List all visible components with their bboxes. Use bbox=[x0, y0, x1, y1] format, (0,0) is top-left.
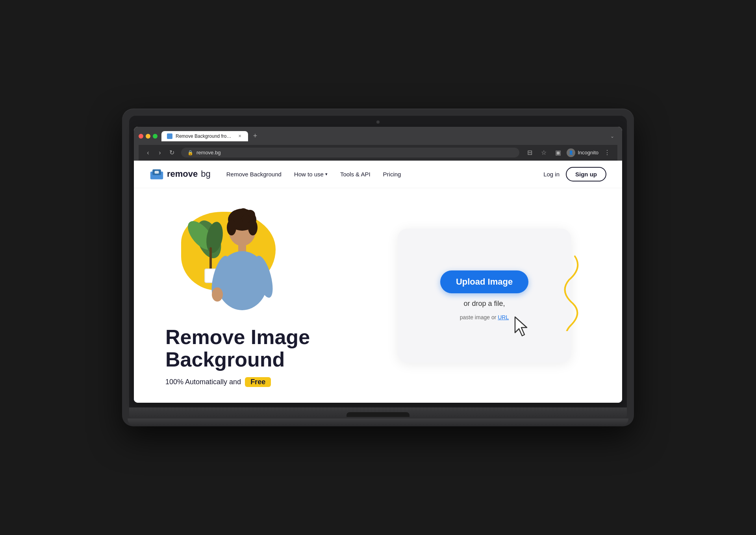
browser-titlebar: Remove Background from Ima... ✕ + ⌄ bbox=[139, 131, 617, 142]
window-maximize-btn[interactable] bbox=[153, 134, 158, 139]
address-text: remove.bg bbox=[196, 150, 220, 156]
cursor-icon bbox=[512, 315, 532, 339]
hero-right: Upload Image or drop a file, paste image… bbox=[378, 229, 591, 363]
nav-pricing[interactable]: Pricing bbox=[383, 171, 401, 178]
login-button[interactable]: Log in bbox=[543, 171, 560, 178]
svg-rect-6 bbox=[209, 247, 212, 271]
forward-btn[interactable]: › bbox=[155, 148, 165, 157]
hero-section: Remove Image Background 100% Automatical… bbox=[134, 188, 622, 403]
signup-button[interactable]: Sign up bbox=[566, 167, 606, 181]
yellow-squiggle-decoration bbox=[555, 252, 583, 331]
logo-text-bg: bg bbox=[201, 169, 210, 179]
address-field[interactable]: 🔒 remove.bg bbox=[181, 148, 519, 157]
tab-close-btn[interactable]: ✕ bbox=[237, 133, 243, 139]
refresh-btn[interactable]: ↻ bbox=[167, 148, 176, 157]
upload-card: Upload Image or drop a file, paste image… bbox=[398, 229, 571, 363]
tab-bar: Remove Background from Ima... ✕ + bbox=[161, 131, 603, 142]
svg-point-15 bbox=[242, 215, 250, 223]
nav-remove-background[interactable]: Remove Background bbox=[226, 171, 282, 178]
profile-label: Incognito bbox=[578, 150, 598, 156]
tab-manager-icon[interactable]: ▣ bbox=[552, 147, 563, 158]
cast-icon[interactable]: ⊟ bbox=[524, 147, 535, 158]
tab-title: Remove Background from Ima... bbox=[176, 133, 234, 139]
nav-tools-api[interactable]: Tools & API bbox=[340, 171, 371, 178]
lock-icon: 🔒 bbox=[187, 150, 193, 156]
nav-auth: Log in Sign up bbox=[543, 167, 606, 181]
back-btn[interactable]: ‹ bbox=[143, 148, 153, 157]
tab-more-btn[interactable]: ⌄ bbox=[607, 132, 617, 141]
person-illustration bbox=[185, 208, 276, 314]
profile-area[interactable]: 👤 Incognito bbox=[567, 148, 598, 157]
logo-icon bbox=[150, 168, 164, 180]
svg-point-11 bbox=[248, 220, 258, 235]
window-minimize-btn[interactable] bbox=[146, 134, 150, 139]
logo-text-remove: remove bbox=[167, 169, 198, 179]
svg-point-10 bbox=[227, 220, 236, 235]
new-tab-btn[interactable]: + bbox=[250, 131, 261, 142]
webpage-content: removebg Remove Background How to use ▾ … bbox=[134, 161, 622, 403]
site-logo[interactable]: removebg bbox=[150, 168, 211, 180]
url-link[interactable]: URL bbox=[498, 314, 509, 320]
nav-links: Remove Background How to use ▾ Tools & A… bbox=[226, 171, 543, 178]
hero-subtext: 100% Automatically and Free bbox=[165, 377, 378, 387]
window-controls bbox=[139, 134, 158, 139]
hero-headline: Remove Image Background bbox=[165, 326, 378, 371]
browser-actions: ⊟ ☆ ▣ 👤 Incognito ⋮ bbox=[524, 147, 613, 158]
laptop-hinge bbox=[129, 407, 627, 418]
hero-left: Remove Image Background 100% Automatical… bbox=[165, 204, 378, 387]
camera-dot bbox=[376, 120, 380, 124]
bookmark-icon[interactable]: ☆ bbox=[538, 147, 549, 158]
drop-text: or drop a file, bbox=[463, 300, 505, 308]
upload-image-button[interactable]: Upload Image bbox=[440, 270, 528, 293]
tab-favicon bbox=[167, 133, 172, 139]
screen-bezel: Remove Background from Ima... ✕ + ⌄ ‹ › … bbox=[129, 116, 627, 407]
dropdown-chevron-icon: ▾ bbox=[325, 172, 328, 177]
nav-how-to-use[interactable]: How to use ▾ bbox=[294, 171, 328, 178]
browser-chrome: Remove Background from Ima... ✕ + ⌄ ‹ › … bbox=[134, 127, 622, 161]
browser-nav-buttons: ‹ › ↻ bbox=[143, 148, 176, 157]
svg-rect-2 bbox=[155, 171, 159, 174]
laptop-base bbox=[128, 418, 628, 426]
profile-avatar: 👤 bbox=[567, 148, 575, 157]
free-badge: Free bbox=[245, 377, 271, 387]
paste-text: paste image or URL bbox=[460, 314, 509, 320]
hero-image-area bbox=[165, 204, 299, 314]
window-close-btn[interactable] bbox=[139, 134, 143, 139]
laptop-notch bbox=[346, 412, 410, 417]
browser-tab-active[interactable]: Remove Background from Ima... ✕ bbox=[161, 131, 248, 141]
laptop-shell: Remove Background from Ima... ✕ + ⌄ ‹ › … bbox=[122, 109, 634, 426]
site-nav: removebg Remove Background How to use ▾ … bbox=[134, 161, 622, 188]
address-bar-row: ‹ › ↻ 🔒 remove.bg ⊟ ☆ ▣ 👤 Inc bbox=[139, 145, 617, 161]
svg-point-20 bbox=[212, 287, 223, 302]
browser-menu-btn[interactable]: ⋮ bbox=[602, 147, 613, 158]
browser-window: Remove Background from Ima... ✕ + ⌄ ‹ › … bbox=[134, 127, 622, 403]
